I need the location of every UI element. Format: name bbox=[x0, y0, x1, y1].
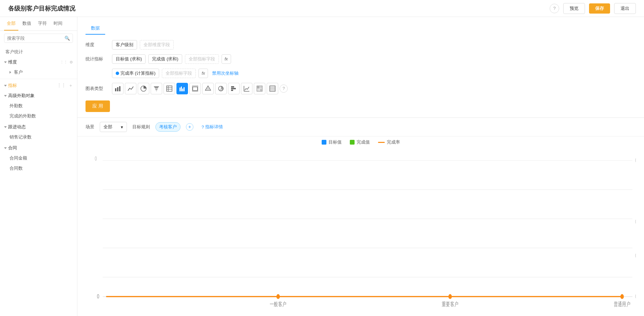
svg-rect-26 bbox=[257, 86, 260, 89]
calc-placeholder-tag[interactable]: 全部指标字段 bbox=[162, 69, 196, 78]
legend-completed-icon bbox=[350, 140, 355, 145]
chart-type-radar[interactable] bbox=[202, 83, 214, 94]
calc-indicator-tag[interactable]: 完成率 (计算指标) bbox=[112, 69, 159, 78]
save-button[interactable]: 保存 bbox=[589, 3, 610, 14]
svg-rect-22 bbox=[231, 90, 233, 91]
chart-type-scatter[interactable] bbox=[241, 83, 252, 94]
indicators-title: 指标 bbox=[4, 82, 17, 89]
metrics-label: 统计指标 bbox=[86, 56, 109, 62]
sidebar: 全部 数值 字符 时间 🔍 客户统计 维度 bbox=[0, 17, 77, 316]
svg-text:0.00%: 0.00% bbox=[635, 219, 636, 225]
chart-type-help-button[interactable]: ? bbox=[280, 85, 288, 93]
sidebar-item-sales-records[interactable]: 销售记录数 bbox=[0, 132, 77, 142]
chart-type-matrix[interactable] bbox=[254, 83, 265, 94]
sidebar-content: 客户统计 维度 ⋮⋮ ⚙ 客户 bbox=[0, 45, 77, 316]
metric2-tag[interactable]: 完成值 (求和) bbox=[148, 54, 182, 64]
target-rule-label: 目标规则 bbox=[132, 124, 150, 130]
help-button[interactable]: ? bbox=[550, 4, 559, 13]
sidebar-item-contract-amount[interactable]: 合同金额 bbox=[0, 153, 77, 163]
search-icon: 🔍 bbox=[64, 36, 70, 41]
sidebar-item-customer[interactable]: 客户 bbox=[0, 67, 77, 77]
tab-data[interactable]: 数据 bbox=[86, 22, 105, 35]
svg-rect-1 bbox=[117, 87, 118, 91]
svg-rect-21 bbox=[231, 88, 236, 89]
svg-text:普通用户: 普通用户 bbox=[614, 301, 630, 307]
section-title: 客户统计 bbox=[0, 47, 77, 57]
dimension-fields: 客户级别 全部维度字段 bbox=[112, 40, 174, 50]
chart-type-area[interactable] bbox=[189, 83, 201, 94]
svg-text:0.00%: 0.00% bbox=[635, 294, 636, 300]
target-rule-tag[interactable]: 考核客户 bbox=[155, 122, 181, 132]
scene-select[interactable]: 全部 ▾ bbox=[100, 122, 127, 132]
indicators-section: 指标 ⋮⋮ ＋ 高级外勤对象 bbox=[0, 80, 77, 173]
sidebar-item-completed-waiqin[interactable]: 完成的外勤数 bbox=[0, 111, 77, 121]
dimension-field-tag[interactable]: 客户级别 bbox=[112, 40, 137, 50]
svg-text:0: 0 bbox=[97, 293, 99, 299]
calc-indicator-label: 完成率 (计算指标) bbox=[120, 70, 155, 76]
fx-button-calc[interactable]: fx bbox=[198, 69, 208, 78]
metric1-tag[interactable]: 目标值 (求和) bbox=[112, 54, 146, 64]
scene-dropdown-icon: ▾ bbox=[121, 125, 123, 130]
followup-expand-icon bbox=[4, 126, 7, 128]
exit-button[interactable]: 退出 bbox=[614, 3, 636, 14]
contract-left: 合同 bbox=[4, 145, 17, 151]
dimension-group-header[interactable]: 维度 ⋮⋮ ⚙ bbox=[0, 57, 77, 67]
apply-button[interactable]: 应 用 bbox=[86, 100, 110, 112]
contract-group: 合同 合同金额 合同数 bbox=[0, 143, 77, 173]
target-rule-add-button[interactable]: ＋ bbox=[186, 123, 193, 131]
child-expand-icon bbox=[10, 71, 11, 74]
followup-group-header[interactable]: 跟进动态 bbox=[0, 122, 77, 132]
legend-target-icon bbox=[322, 140, 326, 145]
expand-icon bbox=[4, 61, 7, 63]
chart-type-buttons: ? bbox=[112, 83, 288, 94]
preview-button[interactable]: 预览 bbox=[563, 3, 585, 14]
attendance-group-header[interactable]: 高级外勤对象 bbox=[0, 91, 77, 101]
chart-type-row: 图表类型 bbox=[86, 83, 636, 94]
disable-axis-button[interactable]: 禁用次坐标轴 bbox=[212, 70, 239, 76]
metric-placeholder-tag[interactable]: 全部指标字段 bbox=[185, 54, 219, 64]
search-input[interactable] bbox=[7, 36, 64, 41]
page-title: 各级别客户目标完成情况 bbox=[8, 4, 75, 13]
tab-all[interactable]: 全部 bbox=[4, 17, 18, 31]
contract-group-header[interactable]: 合同 bbox=[0, 143, 77, 153]
metrics-fields: 目标值 (求和) 完成值 (求和) 全部指标字段 fx bbox=[112, 54, 231, 64]
indicators-cloud-icon[interactable]: ⋮⋮ bbox=[57, 82, 66, 89]
chart-legend: 目标值 完成值 完成率 bbox=[77, 136, 644, 148]
dimension-placeholder-tag[interactable]: 全部维度字段 bbox=[140, 40, 174, 50]
legend-rate: 完成率 bbox=[378, 139, 400, 145]
chart-type-rose[interactable] bbox=[215, 83, 227, 94]
svg-point-42 bbox=[449, 294, 452, 299]
svg-rect-12 bbox=[181, 87, 182, 91]
calc-edit-dot bbox=[116, 72, 119, 75]
svg-rect-2 bbox=[119, 86, 120, 91]
fx-button-metrics[interactable]: fx bbox=[222, 54, 231, 64]
svg-point-41 bbox=[277, 294, 280, 299]
chart-type-pie[interactable] bbox=[138, 83, 149, 94]
chart-type-hbar[interactable] bbox=[228, 83, 240, 94]
indicator-detail-icon: ? bbox=[202, 125, 204, 130]
tab-number[interactable]: 数值 bbox=[20, 17, 34, 31]
scene-label: 场景 bbox=[86, 124, 94, 130]
tab-char[interactable]: 字符 bbox=[35, 17, 50, 31]
chart-type-line[interactable] bbox=[125, 83, 136, 94]
right-panel: 数据 维度 客户级别 全部维度字段 统计指标 目标值 (求和) 完成值 (求和) bbox=[77, 17, 644, 316]
svg-rect-28 bbox=[257, 89, 260, 91]
dimension-config-label: 维度 bbox=[86, 42, 109, 48]
chart-type-funnel[interactable] bbox=[151, 83, 162, 94]
svg-text:0.00%: 0.00% bbox=[635, 158, 636, 164]
svg-rect-29 bbox=[260, 89, 262, 91]
chart-type-grid[interactable] bbox=[267, 83, 278, 94]
chart-type-multibar[interactable] bbox=[176, 83, 188, 94]
chart-type-table[interactable] bbox=[164, 83, 175, 94]
indicators-add-icon[interactable]: ＋ bbox=[69, 82, 73, 89]
chart-type-bar[interactable] bbox=[112, 83, 124, 94]
indicator-detail-link[interactable]: ? 指标详情 bbox=[202, 124, 223, 130]
svg-marker-4 bbox=[154, 86, 159, 88]
svg-rect-0 bbox=[115, 88, 116, 91]
tab-time[interactable]: 时间 bbox=[51, 17, 65, 31]
sidebar-item-contract-count[interactable]: 合同数 bbox=[0, 163, 77, 173]
sidebar-item-waiqin[interactable]: 外勤数 bbox=[0, 101, 77, 111]
dimension-settings-icon: ⚙ bbox=[70, 60, 73, 64]
svg-rect-11 bbox=[179, 88, 181, 91]
svg-text:0.00%: 0.00% bbox=[635, 253, 636, 259]
